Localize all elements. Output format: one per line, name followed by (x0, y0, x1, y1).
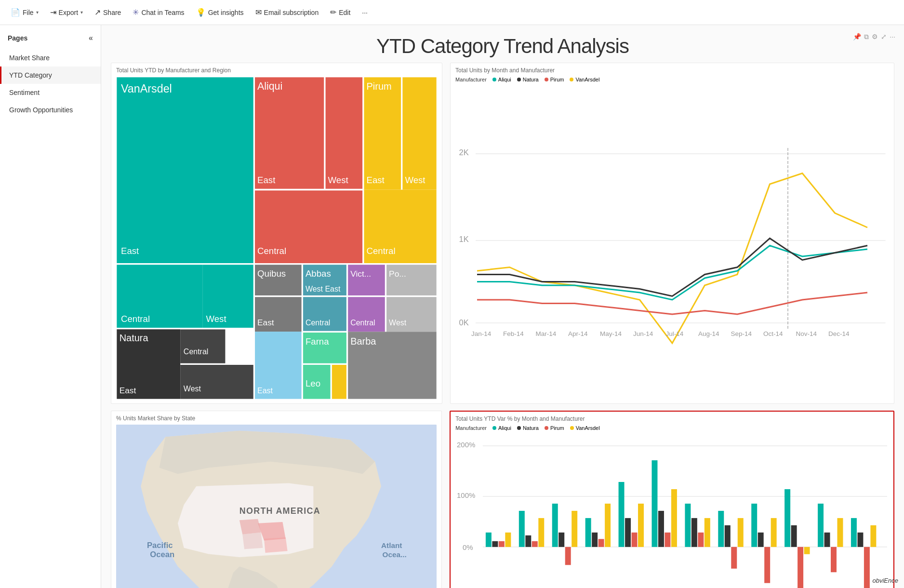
bar-apr-vanarsdel[interactable] (605, 504, 611, 547)
bar-jan-natura[interactable] (492, 541, 498, 547)
toolbar-more[interactable]: ··· (357, 6, 372, 19)
bar-oct-vanarsdel[interactable] (804, 547, 810, 554)
manufacturer-legend-label: Manufacturer (455, 77, 487, 82)
sidebar-label-market-share: Market Share (9, 54, 50, 62)
bar-jul-natura[interactable] (691, 518, 697, 547)
charts-area: Total Units YTD by Manufacturer and Regi… (101, 63, 904, 588)
treemap-cell-pirum-east[interactable] (363, 77, 402, 190)
bar-sep-vanarsdel[interactable] (771, 518, 777, 547)
bar-mar-natura[interactable] (558, 533, 564, 547)
state-highlight-3 (264, 537, 288, 553)
get-insights-label: Get insights (208, 9, 244, 16)
pin-icon[interactable]: 📌 (853, 33, 861, 41)
bar-mar-vanarsdel[interactable] (572, 511, 577, 547)
bar-apr-pirum[interactable] (598, 539, 604, 547)
sidebar-item-growth-opportunities[interactable]: Growth Opportunities (0, 101, 101, 119)
toolbar-file[interactable]: 📄 File ▾ (6, 5, 43, 20)
bar-feb-pirum[interactable] (532, 541, 538, 547)
treemap-label-west4: West (389, 318, 407, 327)
aliqui-line (477, 246, 867, 300)
bar-feb-natura[interactable] (525, 535, 531, 547)
bar-sep-pirum[interactable] (764, 547, 770, 583)
toolbar-share[interactable]: ↗ Share (90, 5, 126, 20)
bar-nov-pirum[interactable] (831, 547, 837, 572)
bar-mar-pirum[interactable] (565, 547, 571, 565)
bar-feb-vanarsdel[interactable] (538, 518, 544, 547)
bar-jul-aliqui[interactable] (685, 504, 691, 547)
bar-dec-pirum[interactable] (864, 547, 870, 588)
bar-dec-aliqui[interactable] (851, 518, 857, 547)
bar-chart-area: 200% 100% 0% -100% (455, 433, 889, 588)
bar-dec-natura[interactable] (858, 533, 864, 547)
expand-icon[interactable]: ⤢ (881, 33, 887, 41)
sidebar-item-sentiment[interactable]: Sentiment (0, 84, 101, 101)
duplicate-icon[interactable]: ⧉ (864, 33, 869, 41)
bar-apr-aliqui[interactable] (585, 518, 591, 547)
bar-sep-natura[interactable] (758, 533, 764, 547)
bar-jan-aliqui[interactable] (486, 533, 492, 547)
y-label-0k: 0K (459, 318, 469, 327)
bar-may-natura[interactable] (625, 518, 631, 547)
bar-aug-pirum[interactable] (731, 547, 737, 569)
bar-oct-pirum[interactable] (798, 547, 803, 588)
bar-nov-vanarsdel[interactable] (838, 518, 843, 547)
line-chart-legend: Manufacturer Aliqui Natura Pirum (455, 77, 889, 82)
toolbar-get-insights[interactable]: 💡 Get insights (191, 5, 249, 20)
bar-chart-title: Total Units YTD Var % by Month and Manuf… (455, 415, 889, 422)
sidebar-item-market-share[interactable]: Market Share (0, 49, 101, 67)
bar-jan-pirum[interactable] (499, 541, 505, 547)
bar-chart-svg: 200% 100% 0% -100% (455, 433, 889, 588)
sidebar-item-ytd-category[interactable]: YTD Category (0, 67, 101, 84)
treemap-cell-natura-central[interactable] (180, 329, 225, 364)
more-options-icon[interactable]: ··· (890, 33, 895, 41)
bar-legend-natura: Natura (517, 425, 539, 431)
bar-nov-aliqui[interactable] (818, 504, 824, 547)
bar-aug-natura[interactable] (725, 525, 731, 547)
bar-nov-natura[interactable] (824, 533, 830, 547)
treemap-container: VanArsdel East Central West Aliqui East (116, 77, 437, 400)
bar-oct-natura[interactable] (791, 525, 797, 547)
bar-may-pirum[interactable] (632, 533, 638, 547)
treemap-label-east5: East (120, 386, 136, 395)
bar-aug-aliqui[interactable] (718, 511, 724, 547)
bar-jul-pirum[interactable] (698, 533, 704, 547)
treemap-label-po: Po... (389, 269, 406, 279)
treemap-cell-natura-west[interactable] (180, 364, 254, 400)
sidebar-title: Pages (8, 34, 27, 42)
bar-may-aliqui[interactable] (619, 482, 625, 547)
bar-sep-aliqui[interactable] (751, 504, 757, 547)
toolbar-edit[interactable]: ✏ Edit (325, 5, 355, 20)
bar-may-vanarsdel[interactable] (638, 504, 644, 547)
treemap-cell-aliqui-west[interactable] (325, 77, 363, 190)
bar-jun-pirum[interactable] (665, 533, 671, 547)
bar-jun-natura[interactable] (658, 511, 664, 547)
bar-legend-vanarsdel: VanArsdel (570, 425, 600, 431)
file-caret: ▾ (36, 10, 39, 15)
sidebar-collapse-button[interactable]: « (89, 34, 93, 42)
treemap-cell-small-yellow[interactable] (331, 364, 347, 400)
toolbar-chat-teams[interactable]: ✳ Chat in Teams (128, 5, 189, 20)
toolbar-email-subscription[interactable]: ✉ Email subscription (251, 5, 324, 20)
filter-icon[interactable]: ⚙ (872, 33, 878, 41)
x-label-jun: Jun-14 (633, 330, 653, 337)
bar-apr-natura[interactable] (592, 533, 598, 547)
treemap-label-west-east: West East (306, 284, 341, 293)
bar-jun-aliqui[interactable] (652, 460, 658, 547)
bar-feb-aliqui[interactable] (519, 511, 525, 547)
x-label-jul: Jul-14 (666, 330, 684, 337)
legend-vanarsdel: VanArsdel (570, 77, 599, 82)
toolbar-export[interactable]: ⇥ Export ▾ (45, 5, 88, 20)
bar-jan-vanarsdel[interactable] (505, 533, 511, 547)
bar-aug-vanarsdel[interactable] (738, 518, 744, 547)
bar-legend-aliqui: Aliqui (492, 425, 511, 431)
edit-label: Edit (339, 9, 350, 16)
bar-dec-vanarsdel[interactable] (871, 525, 877, 547)
treemap-cell-pirum-west[interactable] (402, 77, 437, 190)
bar-oct-aliqui[interactable] (784, 489, 790, 547)
treemap-cell-aliqui-east[interactable] (254, 77, 325, 190)
bar-jul-vanarsdel[interactable] (705, 518, 710, 547)
treemap-cell-vanarsdel-east[interactable] (116, 77, 254, 264)
bar-jun-vanarsdel[interactable] (671, 489, 677, 547)
bar-mar-aliqui[interactable] (552, 504, 558, 547)
bottom-charts-row: % Units Market Share by State (111, 411, 894, 588)
